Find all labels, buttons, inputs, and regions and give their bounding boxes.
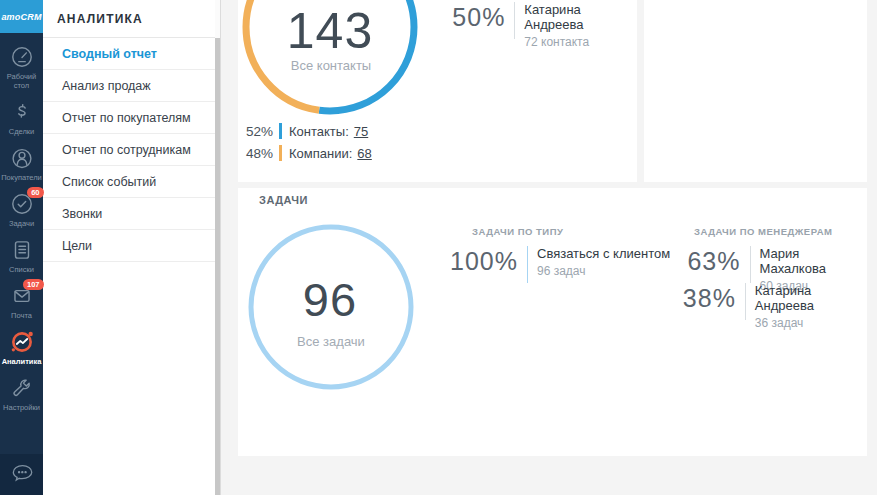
task-manager-stat: 38% Катарина Андреева 36 задач xyxy=(623,283,867,330)
stat-divider xyxy=(514,2,515,39)
contacts-total-label: Все контакты xyxy=(238,58,424,73)
rail-item-label: Рабочий стол xyxy=(1,72,43,90)
menu-scrollbar-thumb[interactable] xyxy=(215,38,220,495)
menu-scrollbar-track xyxy=(215,0,221,495)
nav-rail-items: Рабочий стол Сделки Покупатели 60 Задачи xyxy=(0,38,43,421)
rail-item-tasks[interactable]: 60 Задачи xyxy=(0,191,43,228)
rail-item-deals[interactable]: Сделки xyxy=(0,99,43,136)
analytics-menu-panel: АНАЛИТИКА Сводный отчет Анализ продаж От… xyxy=(43,0,215,495)
tasks-check-icon: 60 xyxy=(9,191,35,217)
empty-panel xyxy=(644,0,867,182)
rail-item-label: Почта xyxy=(1,311,43,320)
rail-item-lists[interactable]: Списки xyxy=(0,237,43,274)
stat-texts: Катарина Андреева 36 задач xyxy=(755,283,867,330)
tasks-total-label: Все задачи xyxy=(238,334,424,349)
dashboard-gauge-icon xyxy=(9,44,35,70)
legend-label: Компании: xyxy=(289,146,352,161)
chat-bubble-icon xyxy=(8,460,36,490)
tasks-panel: ЗАДАЧИ 96 Все задачи ЗАДАЧИ ПО ТИПУ 100%… xyxy=(238,188,867,456)
menu-item-summary-report[interactable]: Сводный отчет xyxy=(43,38,215,70)
rail-item-label: Покупатели xyxy=(1,173,43,182)
menu-item-employees-report[interactable]: Отчет по сотрудникам xyxy=(43,134,215,166)
menu-item-goals[interactable]: Цели xyxy=(43,230,215,262)
legend-pct: 48% xyxy=(243,146,273,161)
stat-divider-blue xyxy=(527,246,528,283)
main-content: 143 Все контакты 52% Контакты: 75 48% Ко… xyxy=(222,0,877,495)
menu-item-calls[interactable]: Звонки xyxy=(43,198,215,230)
legend-pct: 52% xyxy=(243,124,273,139)
menu-item-buyers-report[interactable]: Отчет по покупателям xyxy=(43,102,215,134)
rail-item-label: Задачи xyxy=(1,219,43,228)
rail-item-settings[interactable]: Настройки xyxy=(0,375,43,412)
companies-count-link[interactable]: 68 xyxy=(357,146,371,161)
buyers-people-icon xyxy=(9,145,35,171)
tasks-section-title: ЗАДАЧИ xyxy=(259,194,308,206)
support-chat-button[interactable] xyxy=(0,454,43,495)
stat-percent: 100% xyxy=(398,246,518,276)
menu-item-events-list[interactable]: Список событий xyxy=(43,166,215,198)
contacts-legend: 52% Контакты: 75 48% Компании: 68 xyxy=(243,120,372,164)
manager-sub: 36 задач xyxy=(755,316,867,330)
settings-wrench-icon xyxy=(9,375,35,401)
manager-name: Катарина Андреева xyxy=(755,283,867,313)
mail-count-badge: 107 xyxy=(23,279,44,290)
stat-percent: 38% xyxy=(623,283,736,313)
stat-divider xyxy=(745,283,746,320)
deals-icon xyxy=(9,99,35,125)
manager-name: Катарина Андреева xyxy=(524,2,637,32)
legend-color-bar-blue xyxy=(279,123,282,139)
contacts-total-value: 143 xyxy=(238,2,422,60)
stat-divider xyxy=(750,246,751,283)
contacts-summary-panel: 143 Все контакты 52% Контакты: 75 48% Ко… xyxy=(238,0,637,182)
stat-percent: 63% xyxy=(623,246,741,276)
menu-header: АНАЛИТИКА xyxy=(43,0,215,38)
manager-name: Мария Махалкова xyxy=(760,246,868,276)
manager-sub: 72 контакта xyxy=(524,35,637,49)
rail-item-label: Списки xyxy=(1,265,43,274)
tasks-count-badge: 60 xyxy=(27,187,43,198)
rail-item-desktop[interactable]: Рабочий стол xyxy=(0,44,43,90)
stat-texts: Катарина Андреева 72 контакта xyxy=(524,2,637,49)
lists-card-icon xyxy=(9,237,35,263)
rail-item-analytics[interactable]: Аналитика xyxy=(0,329,43,366)
legend-row-companies: 48% Компании: 68 xyxy=(243,142,372,164)
tasks-by-type-header: ЗАДАЧИ ПО ТИПУ xyxy=(472,226,563,237)
legend-row-contacts: 52% Контакты: 75 xyxy=(243,120,372,142)
contacts-manager-stat: 50% Катарина Андреева 72 контакта xyxy=(408,2,637,49)
menu-item-sales-analysis[interactable]: Анализ продаж xyxy=(43,70,215,102)
rail-item-label: Настройки xyxy=(1,403,43,412)
nav-rail: amoCRM Рабочий стол Сделки Покупатели 60 xyxy=(0,0,43,495)
tasks-by-manager-header: ЗАДАЧИ ПО МЕНЕДЖЕРАМ xyxy=(694,226,832,237)
amocrm-logo[interactable]: amoCRM xyxy=(0,0,43,33)
rail-item-mail[interactable]: 107 Почта xyxy=(0,283,43,320)
stat-percent: 50% xyxy=(408,2,505,32)
tasks-total-value: 96 xyxy=(238,272,422,327)
rail-item-label: Сделки xyxy=(1,127,43,136)
analytics-chart-icon xyxy=(9,329,35,355)
legend-label: Контакты: xyxy=(289,124,349,139)
mail-envelope-icon: 107 xyxy=(9,283,35,309)
rail-item-label: Аналитика xyxy=(1,357,43,366)
legend-color-bar-orange xyxy=(279,145,282,161)
rail-item-buyers[interactable]: Покупатели xyxy=(0,145,43,182)
contacts-count-link[interactable]: 75 xyxy=(354,124,368,139)
